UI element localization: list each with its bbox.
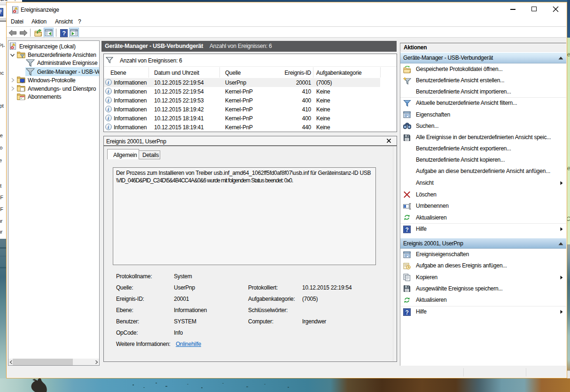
svg-text:?: ? (62, 30, 66, 37)
svg-text:?: ? (405, 226, 408, 233)
svg-text:?: ? (405, 309, 408, 315)
